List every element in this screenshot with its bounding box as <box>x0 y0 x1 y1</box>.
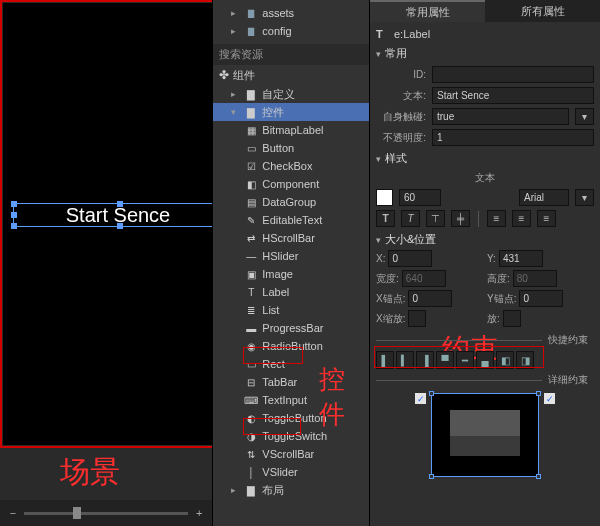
component-label: Component <box>262 178 319 190</box>
component-item-button[interactable]: ▭Button <box>213 139 369 157</box>
folder-icon: ▇ <box>245 89 257 100</box>
component-label: HSlider <box>262 250 298 262</box>
section-common[interactable]: ▾常用 <box>376 43 594 64</box>
align-left-button[interactable]: ≡ <box>487 210 506 227</box>
stage[interactable]: Start Sence <box>3 3 233 445</box>
align-btn-6[interactable]: ▄ <box>476 351 494 369</box>
component-item-vscrollbar[interactable]: ⇅VScrollBar <box>213 445 369 463</box>
folder-icon <box>245 26 257 37</box>
component-label: ToggleButton <box>262 412 326 424</box>
type-icon: T <box>376 28 388 40</box>
component-label: VScrollBar <box>262 448 314 460</box>
label-touch: 自身触碰: <box>376 110 426 124</box>
annotation-controls: 控件 <box>319 362 369 432</box>
components-controls-label: 控件 <box>262 105 284 120</box>
tree-folder-config[interactable]: ▸ config <box>213 22 369 40</box>
input-id[interactable] <box>432 66 594 83</box>
align-btn-7[interactable]: ◧ <box>496 351 514 369</box>
component-item-hslider[interactable]: —HSlider <box>213 247 369 265</box>
input-height[interactable] <box>513 270 557 287</box>
folder-icon <box>245 8 257 19</box>
tree-folder-assets[interactable]: ▸ assets <box>213 4 369 22</box>
component-item-list[interactable]: ≣List <box>213 301 369 319</box>
label-y: Y: <box>487 253 496 264</box>
component-label: TextInput <box>262 394 307 406</box>
align-btn-4[interactable]: ▀ <box>436 351 454 369</box>
control-icon: ▬ <box>245 323 257 334</box>
underline-button[interactable]: ⊤ <box>426 210 445 227</box>
tab-all-props[interactable]: 所有属性 <box>485 0 600 22</box>
components-layout[interactable]: ▸▇布局 <box>213 481 369 499</box>
components-custom[interactable]: ▸▇ 自定义 <box>213 85 369 103</box>
input-font-family[interactable] <box>519 189 569 206</box>
input-x[interactable] <box>388 250 432 267</box>
align-btn-3[interactable]: ▐ <box>416 351 434 369</box>
quick-constraint-header: 快捷约束 <box>542 333 594 347</box>
input-font-size[interactable] <box>399 189 441 206</box>
zoom-slider[interactable] <box>24 512 188 515</box>
align-btn-1[interactable]: ▌ <box>376 351 394 369</box>
control-icon: ▤ <box>245 197 257 208</box>
dropdown-icon[interactable]: ▾ <box>575 189 594 206</box>
component-item-editabletext[interactable]: ✎EditableText <box>213 211 369 229</box>
component-item-component[interactable]: ◧Component <box>213 175 369 193</box>
color-swatch[interactable] <box>376 189 393 206</box>
control-icon: ⌨ <box>245 395 257 406</box>
detail-constraint-header: 详细约束 <box>542 373 594 387</box>
control-icon: ▭ <box>245 359 257 370</box>
control-icon: ⇅ <box>245 449 257 460</box>
component-item-progressbar[interactable]: ▬ProgressBar <box>213 319 369 337</box>
input-alpha[interactable] <box>432 129 594 146</box>
tab-common-props[interactable]: 常用属性 <box>370 0 485 22</box>
align-center-button[interactable]: ≡ <box>512 210 531 227</box>
input-text[interactable] <box>432 87 594 104</box>
input-anchor-y[interactable] <box>519 290 563 307</box>
bold-button[interactable]: T <box>376 210 395 227</box>
component-item-checkbox[interactable]: ☑CheckBox <box>213 157 369 175</box>
control-icon: ▣ <box>245 269 257 280</box>
component-label: TabBar <box>262 376 297 388</box>
component-label: RadioButton <box>262 340 323 352</box>
zoom-out-icon[interactable]: − <box>6 506 20 520</box>
components-header[interactable]: ✤ 组件 <box>213 65 369 85</box>
component-label: List <box>262 304 279 316</box>
component-item-hscrollbar[interactable]: ⇄HScrollBar <box>213 229 369 247</box>
italic-button[interactable]: T <box>401 210 420 227</box>
component-item-radiobutton[interactable]: ◉RadioButton <box>213 337 369 355</box>
component-label: Label <box>262 286 289 298</box>
annotation-scene: 场景 <box>60 452 120 493</box>
component-item-datagroup[interactable]: ▤DataGroup <box>213 193 369 211</box>
input-width[interactable] <box>402 270 446 287</box>
component-label: EditableText <box>262 214 322 226</box>
align-btn-5[interactable]: ━ <box>456 351 474 369</box>
input-y[interactable] <box>499 250 543 267</box>
input-scale-y[interactable] <box>503 310 521 327</box>
section-style[interactable]: ▾样式 <box>376 148 594 169</box>
component-item-image[interactable]: ▣Image <box>213 265 369 283</box>
input-anchor-x[interactable] <box>408 290 452 307</box>
canvas-label-text[interactable]: Start Sence <box>66 204 171 227</box>
component-label: Image <box>262 268 293 280</box>
component-item-label[interactable]: TLabel <box>213 283 369 301</box>
folder-icon: ▇ <box>245 107 257 118</box>
constraint-check-tl[interactable]: ✓ <box>415 393 426 404</box>
align-btn-2[interactable]: ▍ <box>396 351 414 369</box>
component-item-vslider[interactable]: │VSlider <box>213 463 369 481</box>
constraint-check-tr[interactable]: ✓ <box>544 393 555 404</box>
align-btn-8[interactable]: ◨ <box>516 351 534 369</box>
control-icon: ☑ <box>245 161 257 172</box>
dropdown-icon[interactable]: ▾ <box>575 108 594 125</box>
input-scale-x[interactable] <box>408 310 426 327</box>
folder-icon: ▇ <box>245 485 257 496</box>
constraint-box[interactable] <box>431 393 539 477</box>
input-touch[interactable] <box>432 108 569 125</box>
zoom-in-icon[interactable]: + <box>192 506 206 520</box>
component-label: HScrollBar <box>262 232 315 244</box>
label-scale-x: X缩放: <box>376 312 405 326</box>
components-controls[interactable]: ▾▇ 控件 <box>213 103 369 121</box>
align-right-button[interactable]: ≡ <box>537 210 556 227</box>
middle-button[interactable]: ╪ <box>451 210 470 227</box>
section-sizepos[interactable]: ▾大小&位置 <box>376 229 594 250</box>
component-label: DataGroup <box>262 196 316 208</box>
component-item-bitmaplabel[interactable]: ▦BitmapLabel <box>213 121 369 139</box>
